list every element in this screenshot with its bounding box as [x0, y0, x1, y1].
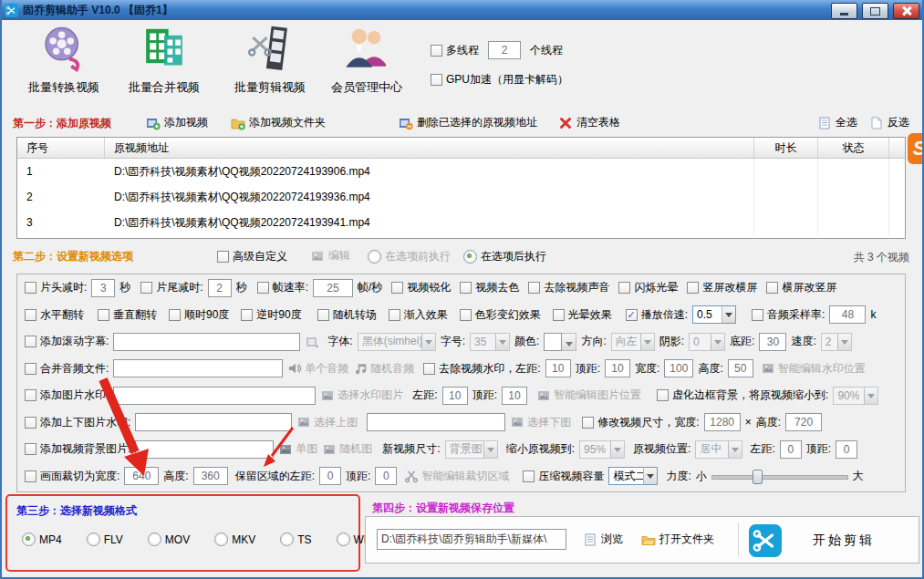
flip-vertical-checkbox-box[interactable]	[98, 309, 109, 321]
watermark-left-input[interactable]	[545, 359, 571, 377]
resize-video-checkbox[interactable]: 修改视频尺寸，宽度:	[582, 415, 699, 430]
fade-in-checkbox-box[interactable]	[389, 309, 400, 321]
random-image-button[interactable]: 随机图	[322, 441, 372, 457]
crop-width-input[interactable]	[124, 467, 159, 485]
member-center-button[interactable]: 会员管理中心	[321, 24, 412, 96]
crop-top-input[interactable]	[375, 467, 397, 485]
choose-top-image-button[interactable]: 选择上图	[296, 415, 358, 430]
image-watermark-checkbox[interactable]: 添加图片水印:	[25, 388, 109, 403]
playback-speed-select[interactable]: 0.5	[692, 305, 736, 324]
shadow-select[interactable]: 0	[689, 333, 725, 351]
halo-effect-checkbox-box[interactable]	[553, 309, 565, 321]
remove-watermark-checkbox-box[interactable]	[423, 363, 435, 375]
rotate-ccw90-checkbox[interactable]: 逆时90度	[241, 307, 301, 323]
header-duration[interactable]: 时长	[754, 138, 818, 158]
remove-selected-button[interactable]: 删除已选择的原视频地址	[399, 115, 537, 130]
image-top-input[interactable]	[502, 387, 527, 405]
choose-bottom-image-button[interactable]: 选择下图	[510, 415, 571, 430]
resize-video-checkbox-box[interactable]	[582, 417, 594, 429]
add-video-button[interactable]: 添加视频	[146, 115, 208, 130]
subtitle-style-button[interactable]	[305, 335, 319, 349]
playback-speed-checkbox-box[interactable]: ✓	[626, 309, 638, 321]
merge-audio-checkbox[interactable]: 合并音频文件:	[25, 361, 109, 377]
landscape-to-portrait-checkbox[interactable]: 横屏改竖屏	[766, 280, 836, 295]
batch-cut-video-button[interactable]: 批量剪辑视频	[224, 24, 316, 96]
compress-checkbox-box[interactable]	[523, 470, 535, 482]
halo-effect-checkbox[interactable]: 光晕效果	[553, 307, 612, 323]
watermark-height-input[interactable]	[728, 359, 753, 377]
floating-s-badge[interactable]: S	[908, 133, 924, 164]
watermark-width-input[interactable]	[664, 359, 693, 377]
header-status[interactable]: 状态	[818, 138, 889, 158]
blur-shrink-select[interactable]: 90%	[833, 387, 878, 405]
start-cut-button[interactable]: 开始剪辑	[813, 532, 875, 549]
merge-audio-checkbox-box[interactable]	[25, 363, 36, 375]
portrait-to-landscape-checkbox-box[interactable]	[687, 282, 699, 294]
compress-checkbox[interactable]: 压缩视频容量	[523, 469, 604, 484]
audio-samplerate-checkbox-box[interactable]	[752, 309, 763, 321]
flip-horizontal-checkbox[interactable]: 水平翻转	[25, 307, 84, 323]
bg-top-input[interactable]	[836, 440, 857, 459]
audio-samplerate-input[interactable]	[829, 305, 866, 324]
tail-trim-checkbox-box[interactable]	[140, 282, 152, 294]
smart-crop-button[interactable]: 智能编辑裁切区域	[404, 469, 509, 484]
advanced-custom-checkbox[interactable]: 高级自定义	[217, 249, 287, 264]
background-image-input[interactable]	[135, 440, 274, 459]
head-trim-checkbox-box[interactable]	[25, 282, 36, 294]
resize-width-input[interactable]	[704, 413, 741, 431]
audio-samplerate-checkbox[interactable]: 音频采样率:	[752, 307, 825, 323]
random-transition-checkbox-box[interactable]	[317, 309, 329, 321]
thread-count-input[interactable]	[488, 41, 521, 59]
random-transition-checkbox[interactable]: 随机转场	[317, 307, 377, 323]
shrink-original-select[interactable]: 95%	[579, 440, 625, 459]
fade-in-checkbox[interactable]: 渐入效果	[389, 307, 448, 323]
open-folder-button[interactable]: 打开文件夹	[641, 532, 714, 547]
top-bottom-watermark-checkbox[interactable]: 添加上下图片水印:	[25, 415, 130, 430]
head-trim-checkbox[interactable]: 片头减时:	[25, 280, 87, 295]
format-radio-mov[interactable]: MOV	[148, 532, 190, 546]
flicker-halo-checkbox-box[interactable]	[618, 282, 630, 294]
framerate-input[interactable]	[313, 279, 353, 297]
desaturate-checkbox-box[interactable]	[460, 282, 472, 294]
edit-button[interactable]: 编辑	[310, 248, 350, 264]
gpu-checkbox[interactable]: GPU加速（用显卡解码）	[431, 72, 568, 88]
browse-button[interactable]: 浏览	[583, 532, 623, 547]
crop-checkbox-box[interactable]	[25, 470, 36, 482]
top-bottom-watermark-checkbox-box[interactable]	[25, 417, 36, 429]
landscape-to-portrait-checkbox-box[interactable]	[766, 282, 778, 294]
image-watermark-checkbox-box[interactable]	[25, 389, 36, 401]
flip-horizontal-checkbox-box[interactable]	[25, 309, 36, 321]
smart-image-position-button[interactable]: 智能编辑图片位置	[536, 388, 641, 403]
execute-before-radio[interactable]: 在选项前执行	[368, 249, 451, 264]
format-radio-mp4[interactable]: MP4	[22, 532, 62, 546]
sharpen-checkbox-box[interactable]	[391, 282, 403, 294]
scroll-speed-select[interactable]: 2	[821, 333, 852, 351]
rotate-cw90-checkbox[interactable]: 顺时90度	[169, 307, 229, 323]
header-path[interactable]: 原视频地址	[105, 138, 754, 158]
fontsize-select[interactable]: 35	[470, 333, 510, 351]
choose-watermark-image-button[interactable]: 选择水印图片	[320, 388, 403, 403]
rotate-ccw90-checkbox-box[interactable]	[241, 309, 253, 321]
execute-before-radio-dot[interactable]	[368, 250, 381, 264]
top-image-input[interactable]	[135, 413, 292, 431]
mute-video-checkbox[interactable]: 去除视频声音	[528, 280, 609, 295]
head-trim-input[interactable]	[91, 279, 115, 297]
new-size-select[interactable]: 背景图	[445, 440, 498, 459]
playback-speed-checkbox[interactable]: ✓播放倍速:	[626, 307, 688, 323]
portrait-to-landscape-checkbox[interactable]: 竖屏改横屏	[687, 280, 757, 295]
original-position-select[interactable]: 居中	[695, 440, 742, 459]
smart-watermark-button[interactable]: 智能编辑水印位置	[761, 361, 866, 377]
direction-select[interactable]: 向左	[611, 333, 655, 351]
minimize-button[interactable]	[831, 3, 857, 19]
desaturate-checkbox[interactable]: 视频去色	[460, 280, 519, 295]
framerate-checkbox-box[interactable]	[257, 282, 269, 294]
execute-after-radio-dot[interactable]	[463, 250, 477, 264]
compress-strength-slider[interactable]	[711, 468, 848, 484]
titlebar[interactable]: 固乔剪辑助手 V10.0 【固乔1】	[0, 0, 924, 20]
random-audio-button[interactable]: 随机音频	[353, 361, 414, 377]
add-video-folder-button[interactable]: 添加视频文件夹	[231, 115, 326, 130]
bg-left-input[interactable]	[780, 440, 802, 459]
mute-video-checkbox-box[interactable]	[528, 282, 540, 294]
invert-selection-button[interactable]: 反选	[869, 115, 909, 130]
watermark-top-input[interactable]	[605, 359, 630, 377]
